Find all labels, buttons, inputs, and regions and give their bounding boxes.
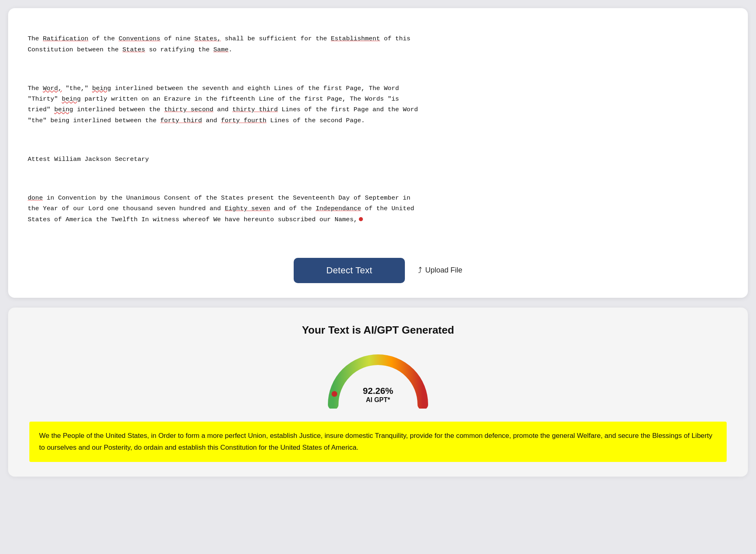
gauge-percent: 92.26% xyxy=(363,386,393,396)
forty-third: forty third xyxy=(160,117,202,124)
result-card: Your Text is AI/GPT Generated xyxy=(8,308,748,477)
gauge-label: AI GPT* xyxy=(363,396,393,404)
states-word-2: States xyxy=(123,46,145,53)
forty-fourth: forty fourth xyxy=(221,117,266,124)
result-title: Your Text is AI/GPT Generated xyxy=(28,324,728,336)
upload-label: Upload File xyxy=(425,266,462,275)
states-word-1: States, xyxy=(194,35,221,42)
gauge-wrapper: 92.26% AI GPT* xyxy=(325,350,431,409)
highlighted-text: We the People of the United States, in O… xyxy=(29,422,727,462)
detect-text-button[interactable]: Detect Text xyxy=(294,258,405,283)
red-dot xyxy=(359,217,363,221)
gauge-center-text: 92.26% AI GPT* xyxy=(363,386,393,404)
upload-icon: ⤴ xyxy=(418,266,422,275)
thirty-second: thirty second xyxy=(164,106,213,113)
being-word-3: being xyxy=(54,106,73,113)
gauge-needle-dot xyxy=(332,391,337,397)
eighty-seven: Eighty seven xyxy=(225,205,270,212)
ratification-word: Ratification xyxy=(43,35,88,42)
thirty-third: thirty third xyxy=(232,106,278,113)
gauge-container: 92.26% AI GPT* xyxy=(28,350,728,409)
text-card: The Ratification of the Conventions of n… xyxy=(8,8,748,298)
button-row: Detect Text ⤴ Upload File xyxy=(28,258,728,283)
text-content: The Ratification of the Conventions of n… xyxy=(28,23,728,246)
word-label: Word, xyxy=(43,85,62,92)
same-word: Same xyxy=(213,46,229,53)
being-word-1: being xyxy=(92,85,111,92)
conventions-word: Conventions xyxy=(119,35,160,42)
establishment-word: Establishment xyxy=(331,35,380,42)
upload-file-button[interactable]: ⤴ Upload File xyxy=(418,266,462,275)
independance-word: Independance xyxy=(316,205,361,212)
being-word-2: being xyxy=(62,95,81,103)
done-word: done xyxy=(28,194,43,202)
